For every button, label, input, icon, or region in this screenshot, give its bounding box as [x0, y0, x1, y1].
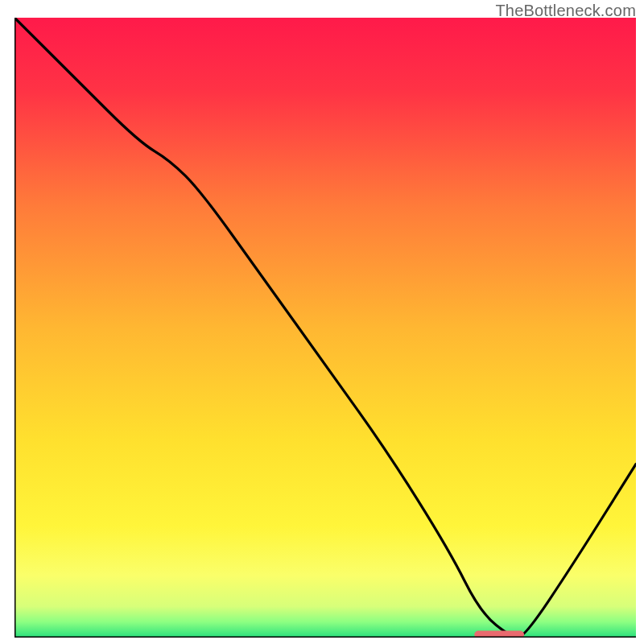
- chart-frame: TheBottleneck.com: [0, 0, 644, 644]
- bottleneck-plot: [14, 18, 636, 638]
